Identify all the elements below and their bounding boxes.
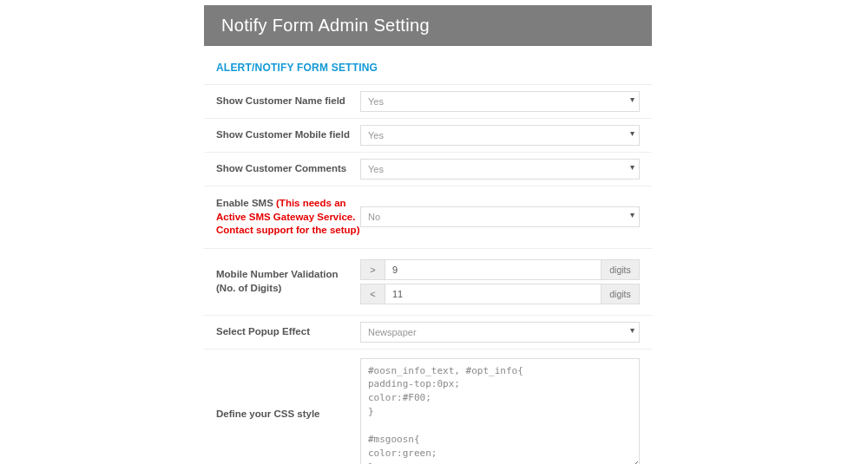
select-show-customer-name[interactable]: Yes	[360, 91, 640, 112]
unit-digits-max: digits	[602, 284, 640, 304]
input-mobile-min-digits[interactable]	[385, 259, 602, 280]
select-enable-sms[interactable]: No	[360, 206, 640, 227]
select-show-customer-comments[interactable]: Yes	[360, 159, 640, 180]
page-header: Notify Form Admin Setting	[204, 5, 652, 46]
label-popup-effect: Select Popup Effect	[216, 325, 360, 339]
label-enable-sms-text: Enable SMS	[216, 198, 276, 208]
select-popup-effect[interactable]: Newspaper	[360, 322, 640, 343]
mobile-validation-min-group: > digits	[360, 259, 640, 280]
lt-symbol: <	[360, 284, 385, 304]
row-mobile-validation: Mobile Number Validation (No. of Digits)…	[204, 248, 652, 315]
row-enable-sms: Enable SMS (This needs an Active SMS Gat…	[204, 186, 652, 248]
label-show-customer-comments: Show Customer Comments	[216, 162, 360, 176]
select-show-customer-mobile[interactable]: Yes	[360, 125, 640, 146]
row-show-customer-comments: Show Customer Comments Yes	[204, 152, 652, 186]
gt-symbol: >	[360, 259, 385, 280]
page: Notify Form Admin Setting ALERT/NOTIFY F…	[0, 5, 868, 464]
input-mobile-max-digits[interactable]	[385, 284, 602, 304]
section-title: ALERT/NOTIFY FORM SETTING	[204, 58, 652, 84]
mobile-validation-max-group: < digits	[360, 284, 640, 304]
label-enable-sms: Enable SMS (This needs an Active SMS Gat…	[216, 197, 360, 238]
label-show-customer-mobile: Show Customer Mobile field	[216, 128, 360, 142]
row-css-style: Define your CSS style	[204, 349, 652, 464]
label-show-customer-name: Show Customer Name field	[216, 95, 360, 108]
row-show-customer-name: Show Customer Name field Yes	[204, 84, 652, 118]
label-css-style: Define your CSS style	[216, 408, 360, 422]
label-mobile-validation: Mobile Number Validation (No. of Digits)	[216, 268, 360, 295]
unit-digits-min: digits	[602, 259, 640, 280]
row-show-customer-mobile: Show Customer Mobile field Yes	[204, 118, 652, 152]
textarea-css-style[interactable]	[360, 358, 640, 464]
page-title: Notify Form Admin Setting	[221, 16, 635, 36]
row-popup-effect: Select Popup Effect Newspaper	[204, 315, 652, 349]
settings-panel: ALERT/NOTIFY FORM SETTING Show Customer …	[204, 58, 652, 464]
